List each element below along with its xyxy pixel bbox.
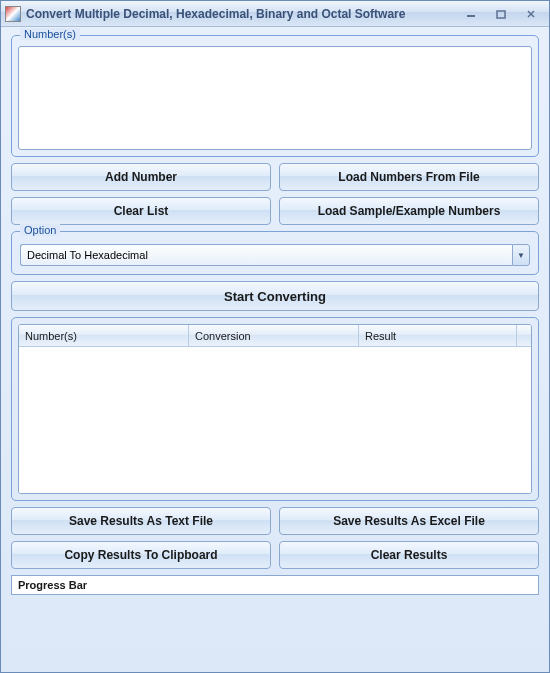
- progress-bar: Progress Bar: [11, 575, 539, 595]
- progress-bar-label: Progress Bar: [18, 579, 87, 591]
- load-sample-label: Load Sample/Example Numbers: [318, 204, 501, 218]
- option-group: Option Decimal To Hexadecimal ▼: [11, 231, 539, 275]
- results-buttons-row1: Save Results As Text File Save Results A…: [11, 507, 539, 535]
- col-result[interactable]: Result: [359, 325, 517, 346]
- close-icon: [526, 9, 536, 19]
- load-sample-button[interactable]: Load Sample/Example Numbers: [279, 197, 539, 225]
- option-group-label: Option: [20, 224, 60, 236]
- col-conversion[interactable]: Conversion: [189, 325, 359, 346]
- copy-clipboard-label: Copy Results To Clipboard: [64, 548, 217, 562]
- titlebar: Convert Multiple Decimal, Hexadecimal, B…: [1, 1, 549, 27]
- conversion-select-value: Decimal To Hexadecimal: [20, 244, 512, 266]
- results-buttons-row2: Copy Results To Clipboard Clear Results: [11, 541, 539, 569]
- app-icon: [5, 6, 21, 22]
- results-table-header: Number(s) Conversion Result: [19, 325, 531, 347]
- copy-clipboard-button[interactable]: Copy Results To Clipboard: [11, 541, 271, 569]
- results-table: Number(s) Conversion Result: [18, 324, 532, 494]
- window-controls: [457, 6, 545, 22]
- maximize-button[interactable]: [487, 6, 515, 22]
- save-excel-button[interactable]: Save Results As Excel File: [279, 507, 539, 535]
- window-title: Convert Multiple Decimal, Hexadecimal, B…: [26, 7, 457, 21]
- save-excel-label: Save Results As Excel File: [333, 514, 485, 528]
- numbers-textarea[interactable]: [18, 46, 532, 150]
- add-number-label: Add Number: [105, 170, 177, 184]
- clear-results-label: Clear Results: [371, 548, 448, 562]
- close-button[interactable]: [517, 6, 545, 22]
- save-text-label: Save Results As Text File: [69, 514, 213, 528]
- conversion-select-arrow[interactable]: ▼: [512, 244, 530, 266]
- numbers-input-group: Number(s): [11, 35, 539, 157]
- save-text-button[interactable]: Save Results As Text File: [11, 507, 271, 535]
- col-numbers[interactable]: Number(s): [19, 325, 189, 346]
- content-area: Number(s) Add Number Load Numbers From F…: [1, 27, 549, 672]
- svg-rect-1: [497, 11, 505, 18]
- results-group: Number(s) Conversion Result: [11, 317, 539, 501]
- start-converting-button[interactable]: Start Converting: [11, 281, 539, 311]
- chevron-down-icon: ▼: [517, 251, 525, 260]
- add-number-button[interactable]: Add Number: [11, 163, 271, 191]
- start-converting-label: Start Converting: [224, 289, 326, 304]
- results-table-body[interactable]: [19, 347, 531, 493]
- input-buttons-row1: Add Number Load Numbers From File: [11, 163, 539, 191]
- app-window: Convert Multiple Decimal, Hexadecimal, B…: [0, 0, 550, 673]
- col-spacer: [517, 325, 531, 346]
- maximize-icon: [496, 9, 506, 19]
- conversion-select[interactable]: Decimal To Hexadecimal ▼: [20, 244, 530, 266]
- load-numbers-file-button[interactable]: Load Numbers From File: [279, 163, 539, 191]
- minimize-icon: [466, 9, 476, 19]
- load-numbers-file-label: Load Numbers From File: [338, 170, 479, 184]
- clear-results-button[interactable]: Clear Results: [279, 541, 539, 569]
- numbers-input-label: Number(s): [20, 28, 80, 40]
- input-buttons-row2: Clear List Load Sample/Example Numbers: [11, 197, 539, 225]
- clear-list-label: Clear List: [114, 204, 169, 218]
- clear-list-button[interactable]: Clear List: [11, 197, 271, 225]
- minimize-button[interactable]: [457, 6, 485, 22]
